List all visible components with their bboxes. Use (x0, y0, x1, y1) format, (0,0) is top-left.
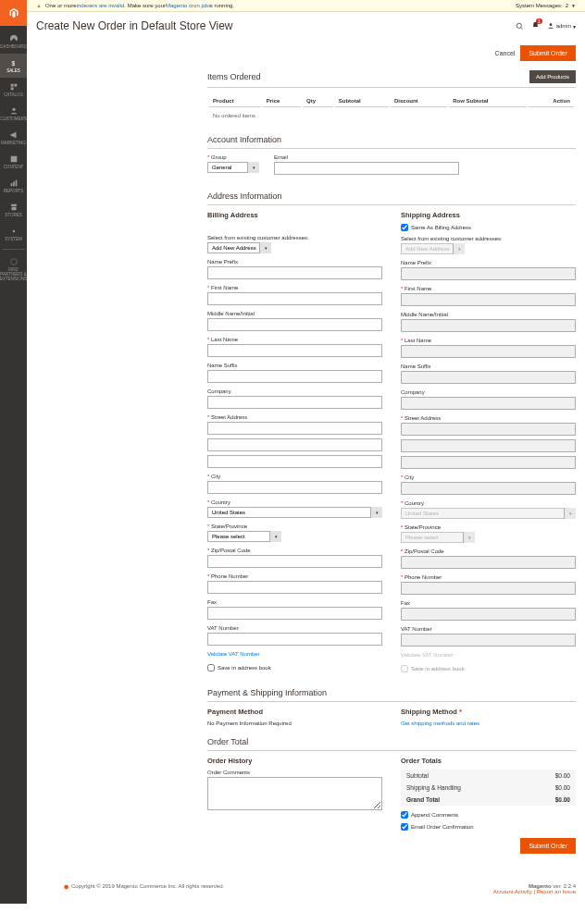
billing-existing-select[interactable]: Add New Address (207, 242, 271, 253)
billing-save-book-checkbox[interactable] (207, 664, 215, 671)
shipping-prefix-input (401, 267, 576, 280)
svg-text:$: $ (11, 60, 15, 67)
col-price: Price (263, 95, 301, 107)
nav-label: SALES (6, 68, 20, 73)
billing-zip-input[interactable] (207, 555, 382, 568)
billing-country-select[interactable]: United States (207, 507, 382, 518)
same-as-billing-label: Same As Billing Address (411, 225, 471, 230)
admin-user-menu[interactable]: admin ▾ (547, 22, 576, 30)
order-comments-textarea[interactable] (207, 777, 382, 810)
chevron-down-icon: ▼ (571, 3, 576, 8)
footer-report-issue-link[interactable]: Report an Issue (537, 889, 576, 894)
nav-dashboard[interactable]: DASHBOARD (0, 30, 27, 54)
shipping-fax-input (401, 608, 576, 621)
shipping-city-input (401, 482, 576, 495)
items-ordered-title: Items Ordered (207, 72, 261, 81)
same-as-billing-checkbox[interactable] (401, 224, 408, 231)
billing-company-input[interactable] (207, 396, 382, 409)
billing-city-input[interactable] (207, 481, 382, 494)
billing-street3-input[interactable] (207, 455, 382, 468)
nav-label: FIND PARTNERS & EXTENSIONS (0, 267, 27, 281)
cancel-button[interactable]: Cancel (495, 45, 516, 61)
group-select[interactable]: General (207, 162, 259, 173)
svg-rect-7 (13, 181, 15, 186)
add-products-button[interactable]: Add Products (529, 70, 576, 83)
col-action: Action (529, 95, 574, 107)
billing-last-input[interactable] (207, 344, 382, 357)
billing-middle-input[interactable] (207, 318, 382, 331)
get-shipping-methods-link[interactable]: Get shipping methods and rates (401, 721, 576, 726)
shipping-city-label: City (401, 474, 414, 480)
shipping-last-input (401, 345, 576, 358)
svg-point-9 (12, 230, 15, 233)
email-confirmation-checkbox[interactable] (401, 823, 408, 831)
chevron-down-icon: ▾ (573, 23, 576, 30)
billing-phone-input[interactable] (207, 581, 382, 594)
submit-order-button[interactable]: Submit Order (520, 45, 576, 61)
nav-marketing[interactable]: MARKETING (0, 126, 27, 150)
magento-logo[interactable] (0, 0, 27, 26)
footer-copyright: Copyright © 2019 Magento Commerce Inc. A… (71, 883, 224, 889)
notif-badge: 1 (536, 18, 542, 24)
shipping-save-book: Save in address book (401, 665, 576, 672)
billing-state-select[interactable]: Please select (207, 531, 281, 542)
sysmsg-counter-label: System Messages: (516, 3, 563, 8)
notifications-icon[interactable]: 1 (531, 21, 540, 31)
shipping-method-title: Shipping Method (401, 708, 576, 716)
email-input[interactable] (274, 162, 459, 175)
footer-account-activity-link[interactable]: Account Activity (493, 889, 532, 894)
col-discount: Discount (391, 95, 447, 107)
nav-sales[interactable]: $SALES (0, 54, 27, 78)
svg-rect-5 (10, 156, 17, 163)
shipping-street-label: Street Address (401, 415, 441, 421)
payment-shipping-title: Payment & Shipping Information (207, 688, 576, 702)
order-history-title: Order History (207, 757, 382, 765)
nav-label: CUSTOMERS (0, 117, 27, 121)
shipping-suffix-label: Name Suffix (401, 363, 576, 369)
sysmsg-link-cron[interactable]: Magento cron job (166, 3, 208, 8)
order-comments-label: Order Comments (207, 770, 382, 775)
totals-grand-val: $0.00 (555, 796, 570, 803)
billing-fax-input[interactable] (207, 607, 382, 620)
shipping-select-existing-label: Select from existing customer addresses: (401, 236, 576, 241)
billing-save-book[interactable]: Save in address book (207, 664, 382, 671)
shipping-title: Shipping Address (401, 211, 576, 219)
nav-reports[interactable]: REPORTS (0, 174, 27, 198)
billing-first-label: First Name (207, 285, 238, 290)
nav-label: DASHBOARD (0, 44, 27, 49)
sysmsg-text: is running. (208, 3, 234, 8)
billing-street1-input[interactable] (207, 422, 382, 435)
billing-save-book-label: Save in address book (218, 665, 271, 671)
nav-customers[interactable]: CUSTOMERS (0, 102, 27, 126)
nav-label: REPORTS (4, 189, 24, 193)
append-comments-label: Append Comments (411, 812, 458, 818)
billing-prefix-input[interactable] (207, 266, 382, 279)
billing-country-label: Country (207, 499, 230, 505)
submit-order-button-bottom[interactable]: Submit Order (520, 838, 576, 854)
billing-street2-input[interactable] (207, 438, 382, 451)
sysmsg-counter[interactable]: System Messages: 2 ▼ (516, 3, 576, 8)
billing-first-input[interactable] (207, 292, 382, 305)
nav-system[interactable]: SYSTEM (0, 222, 27, 246)
billing-vat-input[interactable] (207, 633, 382, 646)
items-empty: No ordered items (209, 109, 574, 122)
nav-partners[interactable]: FIND PARTNERS & EXTENSIONS (0, 253, 27, 286)
same-as-billing[interactable]: Same As Billing Address (401, 224, 576, 231)
payment-method-msg: No Payment Information Required (207, 721, 382, 726)
shipping-state-select: Please select (401, 532, 475, 543)
email-label: Email (274, 154, 576, 160)
shipping-country-select: United States (401, 508, 576, 519)
nav-stores[interactable]: STORES (0, 198, 27, 222)
svg-rect-6 (10, 183, 12, 186)
append-comments-checkbox[interactable] (401, 811, 408, 819)
append-comments[interactable]: Append Comments (401, 811, 576, 819)
email-confirmation[interactable]: Email Order Confirmation (401, 823, 576, 831)
billing-prefix-label: Name Prefix (207, 259, 382, 265)
billing-title: Billing Address (207, 211, 382, 219)
nav-content[interactable]: CONTENT (0, 150, 27, 174)
search-icon[interactable] (516, 22, 524, 31)
billing-suffix-input[interactable] (207, 370, 382, 383)
nav-catalog[interactable]: CATALOG (0, 78, 27, 102)
sysmsg-link-indexers[interactable]: indexers are invalid (77, 3, 125, 8)
warning-icon: ▲ (36, 3, 42, 8)
